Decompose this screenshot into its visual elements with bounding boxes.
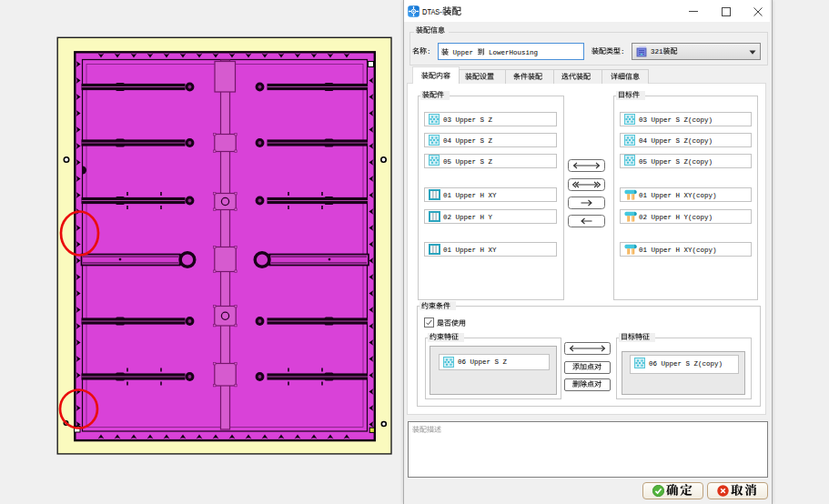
svg-text:02 Upper H Y(copy): 02 Upper H Y(copy) [639,214,713,221]
svg-text:01 Upper H XY(copy): 01 Upper H XY(copy) [639,192,717,199]
svg-text:Upper: Upper [449,48,478,55]
svg-text:03 Upper S Z: 03 Upper S Z [443,116,493,124]
svg-text:02 Upper H Y: 02 Upper H Y [443,214,493,221]
svg-text:06 Upper S Z: 06 Upper S Z [458,358,508,366]
svg-text::: : [427,48,431,55]
svg-text:01 Upper H XY: 01 Upper H XY [443,192,497,199]
svg-text:01 Upper H XY: 01 Upper H XY [443,247,497,254]
svg-text:DTAS-: DTAS- [422,6,442,15]
svg-text::: : [621,48,625,55]
svg-text:04 Upper S Z(copy): 04 Upper S Z(copy) [639,137,713,145]
svg-text:06 Upper S Z(copy): 06 Upper S Z(copy) [649,359,723,367]
svg-text:04 Upper S Z: 04 Upper S Z [443,137,493,145]
svg-text:LowerHousing: LowerHousing [485,48,539,55]
svg-text:321: 321 [651,48,663,55]
svg-text:01 Upper H XY(copy): 01 Upper H XY(copy) [639,247,717,254]
svg-text:05 Upper S Z(copy): 05 Upper S Z(copy) [639,158,713,166]
svg-text:05 Upper S Z: 05 Upper S Z [443,158,493,166]
svg-text:03 Upper S Z(copy): 03 Upper S Z(copy) [639,116,713,124]
